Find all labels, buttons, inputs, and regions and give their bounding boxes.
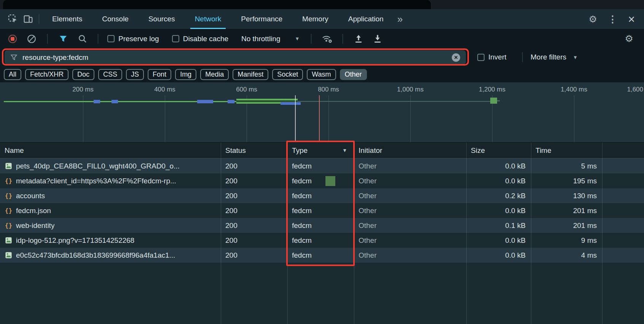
type-cell-green-swatch <box>325 176 335 186</box>
column-header-status[interactable]: Status <box>221 146 287 155</box>
request-name-cell[interactable]: pets_40dp_CEA8BC_FILL0_wght400_GRAD0_o..… <box>0 162 221 170</box>
request-time: 201 ms <box>531 221 602 230</box>
timeline-tick: 400 ms <box>154 86 175 93</box>
chip-font[interactable]: Font <box>148 69 171 80</box>
request-row[interactable]: e0c52c473bfcdb168d3b183699668f96a4fa1ac1… <box>0 248 644 263</box>
chip-media[interactable]: Media <box>200 69 229 80</box>
tab-network[interactable]: Network <box>185 9 231 29</box>
device-toolbar-icon[interactable] <box>21 11 36 27</box>
request-row[interactable]: pets_40dp_CEA8BC_FILL0_wght400_GRAD0_o..… <box>0 159 644 173</box>
column-separator[interactable] <box>221 143 221 324</box>
kebab-menu-icon[interactable]: ⋮ <box>608 14 617 24</box>
request-name-cell[interactable]: accounts <box>0 192 221 200</box>
request-row[interactable]: web-identity 200 fedcm Other 0.1 kB 201 … <box>0 218 644 233</box>
tab-bar-controls: ⚙ ⋮ × <box>588 13 644 25</box>
request-initiator[interactable]: Other <box>354 207 466 215</box>
request-type: fedcm <box>287 251 354 260</box>
waterfall-segment <box>281 102 301 105</box>
request-status: 200 <box>221 192 287 200</box>
request-name: metadata?client_id=https%3A%2F%2Ffedcm-r… <box>16 177 176 185</box>
request-row[interactable]: accounts 200 fedcm Other 0.2 kB 130 ms <box>0 188 644 203</box>
chip-fetch-xhr[interactable]: Fetch/XHR <box>25 69 69 80</box>
chip-css[interactable]: CSS <box>98 69 122 80</box>
request-name: e0c52c473bfcdb168d3b183699668f96a4fa1ac1… <box>16 251 175 260</box>
request-row[interactable]: fedcm.json 200 fedcm Other 0.0 kB 201 ms <box>0 203 644 218</box>
tab-sources[interactable]: Sources <box>139 9 185 29</box>
request-name-cell[interactable]: e0c52c473bfcdb168d3b183699668f96a4fa1ac1… <box>0 251 221 260</box>
chip-img[interactable]: Img <box>175 69 196 80</box>
record-network-log-icon[interactable] <box>6 32 19 45</box>
filter-toggle-icon[interactable] <box>57 32 70 45</box>
chip-doc[interactable]: Doc <box>72 69 94 80</box>
invert-filter-checkbox[interactable]: Invert <box>477 53 507 61</box>
tab-memory[interactable]: Memory <box>292 9 338 29</box>
sort-descending-icon: ▼ <box>342 148 349 153</box>
more-tabs-icon[interactable]: » <box>394 13 406 25</box>
request-name-cell[interactable]: fedcm.json <box>0 207 221 215</box>
divider <box>47 34 48 44</box>
request-name-cell[interactable]: web-identity <box>0 221 221 230</box>
settings-gear-icon[interactable]: ⚙ <box>588 14 597 24</box>
request-initiator[interactable]: Other <box>354 192 466 200</box>
tab-elements[interactable]: Elements <box>42 9 92 29</box>
clear-filter-icon[interactable]: × <box>452 53 460 62</box>
column-header-name[interactable]: Name <box>0 146 221 155</box>
request-initiator[interactable]: Other <box>354 221 466 230</box>
inspect-element-icon[interactable] <box>5 11 21 27</box>
disable-cache-checkbox[interactable]: Disable cache <box>172 35 228 43</box>
column-separator[interactable] <box>602 143 603 324</box>
request-name-cell[interactable]: idp-logo-512.png?v=1713514252268 <box>0 236 221 245</box>
tab-label: Network <box>195 15 222 23</box>
column-header-time[interactable]: Time <box>531 146 602 155</box>
preserve-log-checkbox[interactable]: Preserve log <box>107 35 159 43</box>
column-separator[interactable] <box>354 143 354 324</box>
request-row[interactable]: idp-logo-512.png?v=1713514252268 200 fed… <box>0 233 644 248</box>
throttling-value: No throttling <box>241 35 280 43</box>
clear-network-log-icon[interactable] <box>25 32 38 45</box>
chip-js[interactable]: JS <box>126 69 144 80</box>
timeline-tick: 1,400 ms <box>561 86 587 93</box>
timeline-gridline <box>83 95 83 143</box>
filter-input[interactable]: resource-type:fedcm × <box>5 50 466 64</box>
search-icon[interactable] <box>76 32 89 45</box>
column-header-initiator[interactable]: Initiator <box>354 146 466 155</box>
column-separator[interactable] <box>287 143 288 324</box>
request-initiator[interactable]: Other <box>354 251 466 260</box>
tab-application[interactable]: Application <box>338 9 394 29</box>
json-file-icon <box>5 192 13 200</box>
request-initiator[interactable]: Other <box>354 177 466 185</box>
timeline-gridline <box>574 95 574 143</box>
timeline-tick: 200 ms <box>72 86 94 93</box>
request-initiator[interactable]: Other <box>354 236 466 245</box>
waterfall-segment <box>497 100 500 101</box>
tab-console[interactable]: Console <box>92 9 139 29</box>
request-row[interactable]: metadata?client_id=https%3A%2F%2Ffedcm-r… <box>0 173 644 188</box>
chip-manifest[interactable]: Manifest <box>233 69 268 80</box>
request-name: accounts <box>16 192 45 200</box>
chip-all[interactable]: All <box>4 69 21 80</box>
load-event-marker <box>319 95 320 143</box>
throttling-select[interactable]: No throttling ▼ <box>241 35 300 43</box>
column-header-size[interactable]: Size <box>466 146 531 155</box>
chip-wasm[interactable]: Wasm <box>307 69 336 80</box>
divider <box>522 52 523 62</box>
request-time: 9 ms <box>531 236 602 245</box>
chip-other[interactable]: Other <box>340 69 367 80</box>
request-name-cell[interactable]: metadata?client_id=https%3A%2F%2Ffedcm-r… <box>0 177 221 185</box>
timeline-tick: 600 ms <box>236 86 257 93</box>
tab-performance[interactable]: Performance <box>231 9 292 29</box>
more-filters-dropdown[interactable]: More filters ▼ <box>531 48 578 66</box>
column-separator[interactable] <box>466 143 467 324</box>
tab-label: Sources <box>148 15 175 23</box>
chip-socket[interactable]: Socket <box>272 69 303 80</box>
column-separator[interactable] <box>531 143 531 324</box>
column-header-type[interactable]: Type ▼ <box>287 146 354 155</box>
network-settings-gear-icon[interactable]: ⚙ <box>625 34 633 43</box>
network-overview-timeline[interactable]: 200 ms 400 ms 600 ms 800 ms 1,000 ms 1,2… <box>0 82 644 143</box>
close-devtools-icon[interactable]: × <box>628 13 635 25</box>
request-initiator[interactable]: Other <box>354 162 466 170</box>
import-har-icon[interactable] <box>352 32 365 45</box>
network-conditions-icon[interactable] <box>320 32 333 45</box>
resource-type-filter-bar: All Fetch/XHR Doc CSS JS Font Img Media … <box>0 66 644 82</box>
export-har-icon[interactable] <box>371 32 384 45</box>
